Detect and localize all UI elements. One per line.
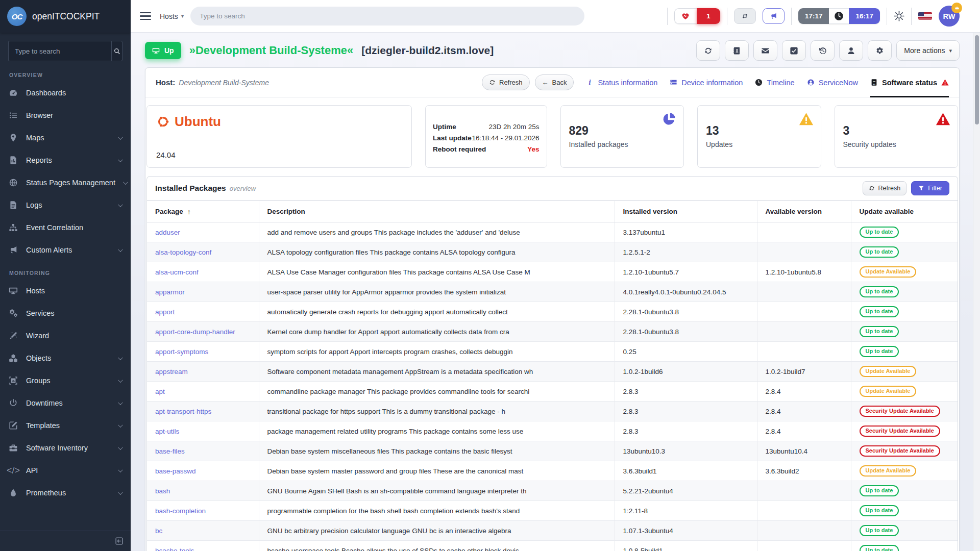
package-link[interactable]: bc (155, 527, 162, 535)
sidebar-search-button[interactable] (111, 41, 122, 61)
packages-refresh-button[interactable]: Refresh (863, 181, 906, 195)
hamburger-menu-icon[interactable] (140, 12, 151, 20)
sidebar-item-templates[interactable]: Templates (0, 414, 131, 437)
sidebar-item-maps[interactable]: Maps (0, 127, 131, 149)
tab-software-status[interactable]: 1001Software status (870, 77, 949, 89)
sidebar-item-prometheus[interactable]: Prometheus (0, 482, 131, 504)
collapse-sidebar-icon[interactable] (115, 537, 124, 545)
update-status-badge: Update Available (860, 386, 917, 397)
sidebar-item-services[interactable]: Services (0, 302, 131, 324)
envelope-button[interactable] (753, 40, 777, 61)
address-book-icon (732, 46, 741, 55)
global-search-input[interactable] (190, 7, 584, 26)
tab-status-information[interactable]: iStatus information (586, 77, 657, 89)
package-link[interactable]: base-passwd (155, 467, 196, 475)
sidebar-item-wizard[interactable]: Wizard (0, 324, 131, 347)
back-button[interactable]: ← Back (535, 74, 574, 90)
check-square-button[interactable] (782, 40, 806, 61)
address-book-button[interactable] (725, 40, 749, 61)
chevron-down-icon (118, 467, 123, 472)
brand-name: openITCOCKPIT (32, 11, 100, 22)
sidebar-item-label: Services (26, 309, 55, 317)
package-link[interactable]: apport-symptoms (155, 348, 208, 356)
column-header-description[interactable]: Description (259, 201, 615, 222)
uptime-card: Uptime23D 2h 20m 25sLast update16:18:44 … (425, 105, 547, 168)
sidebar-item-downtimes[interactable]: Downtimes (0, 392, 131, 414)
search-context-dropdown[interactable]: Hosts ▾ (160, 12, 184, 20)
time-display[interactable]: 17:17 16:17 (798, 8, 880, 24)
package-link[interactable]: apt-utils (155, 428, 179, 435)
sidebar-item-browser[interactable]: Browser (0, 104, 131, 127)
package-link[interactable]: bash-completion (155, 507, 206, 515)
wand-icon (8, 331, 18, 340)
package-link[interactable]: base-files (155, 447, 185, 455)
more-actions-button[interactable]: More actions▾ (896, 40, 960, 61)
column-header-package[interactable]: Package↑ (147, 201, 259, 222)
sidebar-item-event-correlation[interactable]: Event Correlation (0, 216, 131, 239)
sidebar-item-groups[interactable]: Groups (0, 369, 131, 392)
package-link[interactable]: apt-transport-https (155, 408, 211, 415)
sidebar-item-logs[interactable]: Logs (0, 194, 131, 216)
update-status-badge: Up to date (860, 326, 899, 338)
installed-version: 4.0.1really4.0.1-0ubuntu0.24.04.5 (615, 282, 757, 302)
user-button[interactable] (839, 40, 863, 61)
sidebar-search-input[interactable] (8, 41, 111, 61)
gear-button[interactable] (868, 40, 892, 61)
sidebar-item-objects[interactable]: Objects (0, 347, 131, 369)
package-link[interactable]: alsa-topology-conf (155, 248, 211, 256)
sidebar-item-custom-alerts[interactable]: Custom Alerts (0, 239, 131, 261)
history-button[interactable] (811, 40, 835, 61)
refresh-button[interactable]: Refresh (482, 74, 530, 90)
available-version (757, 242, 851, 262)
package-link[interactable]: apport-core-dump-handler (155, 328, 235, 336)
list-icon (8, 111, 18, 120)
chevron-down-icon (118, 202, 123, 207)
available-version: 2.8.4 (757, 382, 851, 402)
user-menu[interactable]: RW (939, 6, 960, 27)
page-scrollbar[interactable] (973, 33, 980, 551)
stat-label: Updates (706, 140, 813, 148)
cubes-icon (8, 354, 18, 363)
theme-toggle-button[interactable] (894, 11, 904, 21)
sidebar-item-api[interactable]: </>API (0, 459, 131, 482)
host-panel: Host: Development Build-Systeme Refresh … (145, 67, 960, 551)
sidebar-item-reports[interactable]: Reports (0, 149, 131, 171)
language-flag-us[interactable] (918, 12, 932, 20)
sidebar-item-hosts[interactable]: Hosts (0, 280, 131, 302)
package-description: package management related utility progr… (259, 421, 615, 441)
column-header-installed-version[interactable]: Installed version (615, 201, 757, 222)
sidebar-item-software-inventory[interactable]: Software Inventory (0, 437, 131, 459)
uptime-row-value: 16:18:44 - 29.01.2026 (472, 134, 539, 142)
sidebar-item-dashboards[interactable]: Dashboards (0, 82, 131, 104)
sidebar-item-status-pages-management[interactable]: Status Pages Management (0, 171, 131, 194)
tab-device-information[interactable]: Device information (670, 77, 743, 89)
page-title: »Development Build-Systeme« (189, 44, 354, 57)
package-link[interactable]: bash (155, 487, 170, 495)
package-link[interactable]: apt (155, 388, 165, 395)
refresh-button[interactable] (696, 40, 720, 61)
column-header-update-available[interactable]: Update available (851, 201, 958, 222)
package-link[interactable]: adduser (155, 229, 180, 236)
scrollbar-thumb[interactable] (975, 35, 979, 124)
auto-refresh-button[interactable] (734, 8, 756, 24)
host-status-badge[interactable]: Up (145, 42, 181, 59)
tab-servicenow[interactable]: ServiceNow (807, 77, 858, 89)
health-notifications-button[interactable]: 1 (674, 8, 720, 24)
filter-icon (918, 185, 924, 191)
column-header-available-version[interactable]: Available version (757, 201, 851, 222)
package-link[interactable]: apparmor (155, 288, 185, 296)
package-link[interactable]: bcache-tools (155, 547, 194, 551)
app-logo[interactable]: OC openITCOCKPIT (0, 0, 131, 33)
stat-card-installed-packages: 829Installed packages (560, 105, 684, 168)
package-link[interactable]: appstream (155, 368, 188, 375)
tab-timeline[interactable]: Timeline (755, 77, 794, 89)
packages-title: Installed Packages (155, 184, 226, 193)
announcements-button[interactable] (763, 8, 785, 24)
package-description: transitional package for https support T… (259, 402, 615, 421)
package-link[interactable]: apport (155, 308, 175, 316)
packages-filter-button[interactable]: Filter (911, 181, 949, 195)
clock-icon (834, 11, 844, 21)
package-link[interactable]: alsa-ucm-conf (155, 268, 199, 276)
update-status-badge: Up to date (860, 485, 899, 497)
map-pin-icon (8, 133, 18, 142)
